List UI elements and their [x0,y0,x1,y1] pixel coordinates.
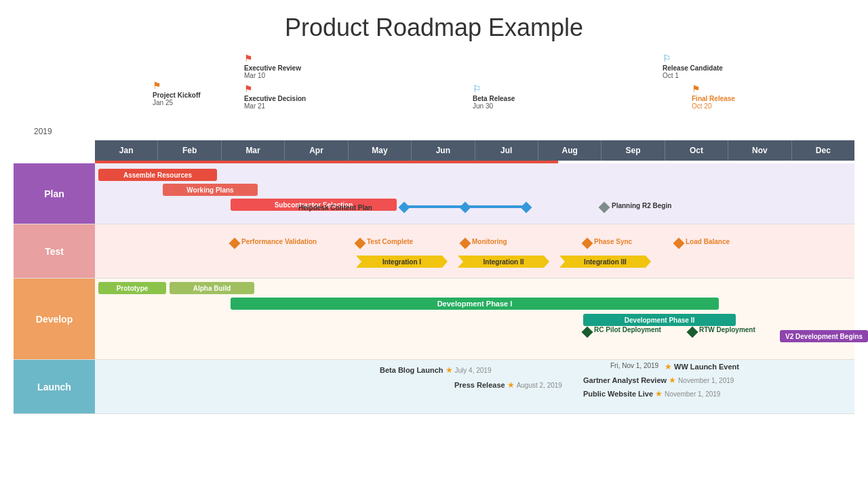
integration-1-bar: Integration I [356,256,448,268]
plan-label: Plan [14,163,95,224]
month-may: May [349,140,412,161]
exec-review-flag: ⚑ [244,53,253,64]
milestones-container: ⚑ Project Kickoff Jan 25 ⚑ Executive Rev… [95,49,854,127]
exec-review-title: Executive Review [244,64,301,72]
diamond-planning-r2 [599,202,610,214]
diamond-rtw [687,327,698,338]
launch-section: Launch Beta Blog Launch ★ July 4, 2019 P… [14,360,854,414]
ww-label: WW Launch Event [674,363,739,371]
launch-gartner: Gartner Analyst Review ★ November 1, 201… [583,375,734,385]
final-flag: ⚑ [692,83,701,94]
test-label: Test [14,224,95,278]
bar-v2-dev: V2 Development Begins [780,330,868,342]
bar-alpha-build: Alpha Build [170,282,254,294]
bar-dev-phase-1: Development Phase I [231,298,719,310]
month-dec: Dec [792,140,854,161]
gartner-label: Gartner Analyst Review [583,376,667,384]
final-date: Oct 20 [692,102,735,110]
launch-fri-date: Fri, Nov 1, 2019 [610,362,658,369]
develop-section: Develop Prototype Alpha Build Developmen… [14,279,854,360]
month-nov: Nov [728,140,791,161]
plan-content: Assemble Resources Working Plans Subcont… [95,163,854,224]
bar-working-plans: Working Plans [163,184,258,196]
month-mar: Mar [222,140,285,161]
perf-val-label: Performance Validation [241,238,317,245]
milestone-beta: ⚐ Beta Release Jun 30 [473,83,515,110]
month-apr: Apr [285,140,348,161]
public-web-star: ★ [655,389,663,399]
public-web-date: November 1, 2019 [665,390,720,398]
rc-pilot-label: RC Pilot Deployment [594,326,661,333]
helpdesk-bar-line [400,205,529,208]
project-kickoff-title: Project Kickoff [153,92,201,99]
timeline-area: ⚑ Project Kickoff Jan 25 ⚑ Executive Rev… [14,49,854,414]
load-balance-label: Load Balance [686,238,730,245]
rc-date: Oct 1 [663,72,723,79]
month-jun: Jun [412,140,475,161]
diamond-perf-val [229,238,241,249]
exec-decision-title: Executive Decision [244,95,306,102]
develop-content: Prototype Alpha Build Development Phase … [95,279,854,359]
ww-star: ★ [665,362,672,371]
year-label: 2019 [34,127,52,136]
beta-blog-date: July 4, 2019 [455,367,492,374]
launch-content: Beta Blog Launch ★ July 4, 2019 Press Re… [95,360,854,413]
planning-r2-label: Planning R2 Begin [612,202,671,209]
bar-prototype: Prototype [98,282,166,294]
beta-title: Beta Release [473,95,515,102]
final-title: Final Release [692,95,735,102]
bar-assemble-resources: Assemble Resources [98,169,217,181]
month-aug: Aug [538,140,601,161]
beta-blog-star: ★ [446,365,453,375]
month-sep: Sep [601,140,665,161]
page: Product Roadmap Example ⚑ Project Kickof… [0,0,868,488]
integration-3-bar: Integration III [559,256,651,268]
helpdesk-content-plan: Helpdesk Content Plan [298,204,372,211]
project-kickoff-date: Jan 25 [153,99,201,106]
bar-dev-phase-2: Development Phase II [583,314,736,326]
integration-2-bar: Integration II [458,256,549,268]
month-feb: Feb [158,140,221,161]
project-kickoff-flag: ⚑ [153,80,161,91]
milestone-rc: ⚐ Release Candidate Oct 1 [663,52,723,79]
monitoring-label: Monitoring [472,238,507,245]
exec-decision-date: Mar 21 [244,102,306,110]
rtw-label: RTW Deployment [699,326,755,333]
month-oct: Oct [665,140,728,161]
gartner-date: November 1, 2019 [678,377,734,384]
rc-title: Release Candidate [663,64,723,72]
diamond-monitoring [460,238,471,249]
diamond-load-balance [673,238,685,249]
develop-label: Develop [14,279,95,359]
milestone-exec-review: ⚑ Executive Review Mar 10 [244,52,301,79]
exec-decision-flag: ⚑ [244,83,253,94]
press-release-star: ★ [507,380,515,390]
launch-press-release: Press Release ★ August 2, 2019 [454,380,562,390]
gartner-star: ★ [669,375,676,385]
launch-label: Launch [14,360,95,413]
launch-ww-event: ★ WW Launch Event [665,362,739,371]
month-jul: Jul [475,140,538,161]
press-release-date: August 2, 2019 [517,382,562,389]
test-section: Test Performance Validation Test Complet… [14,224,854,279]
month-header: Jan Feb Mar Apr May Jun Jul Aug Sep Oct … [95,140,854,161]
test-complete-label: Test Complete [367,238,413,245]
beta-date: Jun 30 [473,102,515,110]
beta-flag: ⚐ [473,83,481,94]
month-jan: Jan [95,140,158,161]
exec-review-date: Mar 10 [244,72,301,79]
launch-public-web: Public Website Live ★ November 1, 2019 [583,389,720,399]
rc-flag: ⚐ [663,53,671,64]
milestone-project-kickoff: ⚑ Project Kickoff Jan 25 [153,79,201,106]
phase-sync-label: Phase Sync [594,238,632,245]
page-title: Product Roadmap Example [0,0,868,49]
milestone-exec-decision: ⚑ Executive Decision Mar 21 [244,83,306,110]
press-release-label: Press Release [454,381,505,389]
year-row: 2019 [14,127,854,140]
public-web-label: Public Website Live [583,390,653,398]
diamond-test-complete [355,238,366,249]
diamond-rc-pilot [582,327,593,338]
beta-blog-label: Beta Blog Launch [380,366,443,374]
diamond-phase-sync [582,238,593,249]
plan-section: Plan Assemble Resources Working Plans Su… [14,163,854,224]
